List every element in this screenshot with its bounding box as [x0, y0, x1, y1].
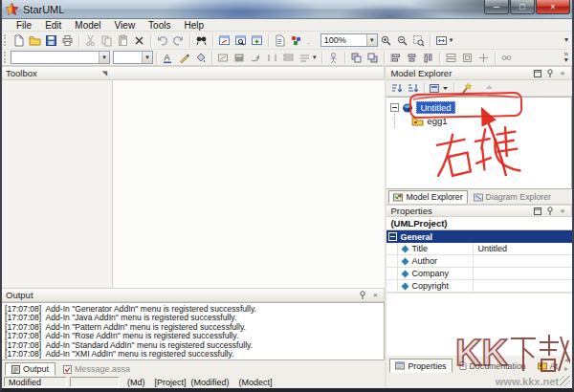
- property-group-general[interactable]: General: [386, 230, 572, 243]
- float-panel-icon[interactable]: [533, 69, 542, 78]
- menu-model[interactable]: Model: [68, 20, 107, 31]
- suppress-attributes-icon[interactable]: [297, 51, 313, 65]
- cut-icon[interactable]: [82, 33, 99, 48]
- tab-model-explorer[interactable]: Model Explorer: [388, 190, 467, 204]
- tree-label-untitled[interactable]: Untitled: [416, 101, 454, 114]
- same-size-icon[interactable]: [459, 51, 475, 65]
- menu-edit[interactable]: Edit: [38, 20, 68, 31]
- minimize-button[interactable]: ─: [484, 0, 509, 14]
- bring-forward-icon[interactable]: [348, 51, 364, 65]
- line-color-icon[interactable]: [176, 51, 192, 65]
- model-explorer-tree[interactable]: Untitled egg1: [386, 97, 572, 189]
- diagram-canvas[interactable]: [113, 80, 385, 288]
- sort-alphabetic-icon[interactable]: [405, 81, 421, 96]
- tab-documentation[interactable]: Documentation: [454, 359, 531, 373]
- tab-attachments[interactable]: At: [533, 359, 563, 373]
- send-backward-icon[interactable]: [364, 51, 381, 65]
- menu-help[interactable]: Help: [177, 20, 210, 31]
- output-log[interactable]: [17:07:08] Add-In "Generator AddIn" menu…: [2, 302, 385, 360]
- tab-scroll-arrows[interactable]: ◂ ▸: [564, 356, 570, 373]
- toolbox-collapse-icon[interactable]: ◥: [102, 70, 107, 77]
- chevron-down-icon[interactable]: ▾: [313, 54, 317, 61]
- property-row-copyright[interactable]: Copyright: [386, 280, 572, 293]
- diagram-zoom-icon[interactable]: [232, 33, 249, 48]
- maximize-button[interactable]: □: [510, 0, 535, 14]
- align-center-icon[interactable]: [404, 51, 420, 65]
- property-value[interactable]: Untitled: [473, 243, 572, 254]
- link-icon[interactable]: [498, 51, 515, 65]
- diagram-add-icon[interactable]: [249, 33, 265, 48]
- pin-icon[interactable]: [545, 207, 555, 216]
- toolbar-grip[interactable]: [4, 34, 8, 46]
- property-row-title[interactable]: Title Untitled: [386, 243, 572, 255]
- toolbar-overflow-icon[interactable]: » ▾: [564, 52, 568, 64]
- toolbar-grip[interactable]: [4, 52, 8, 63]
- open-icon[interactable]: [27, 33, 43, 48]
- close-button[interactable]: ×: [536, 0, 570, 14]
- title-bar[interactable]: StarUML ─ □ ×: [2, 0, 572, 19]
- undo-icon[interactable]: [154, 33, 170, 48]
- word-wrap-icon[interactable]: [264, 51, 280, 65]
- tree-row-project[interactable]: Untitled: [386, 100, 571, 114]
- property-value[interactable]: [473, 268, 572, 279]
- same-width-icon[interactable]: [443, 51, 459, 65]
- menu-view[interactable]: View: [108, 20, 143, 31]
- close-panel-icon[interactable]: ×: [370, 291, 380, 300]
- font-name-combo[interactable]: ▾: [11, 51, 110, 64]
- zoom-area-icon[interactable]: [410, 33, 427, 48]
- expander-minus-icon[interactable]: [390, 103, 399, 112]
- collapse-all-icon[interactable]: [481, 81, 497, 96]
- tree-row-model[interactable]: egg1: [386, 114, 571, 127]
- pin-icon[interactable]: [358, 291, 367, 300]
- delete-icon[interactable]: [131, 33, 147, 48]
- font-color-icon[interactable]: A: [160, 51, 176, 65]
- customize-icon[interactable]: [288, 33, 304, 48]
- wizard-icon[interactable]: [457, 81, 474, 96]
- find-icon[interactable]: [193, 33, 210, 48]
- zoom-level-combo[interactable]: 100% ▾: [320, 33, 378, 47]
- toolbox-panel[interactable]: [2, 80, 113, 288]
- chevron-down-icon[interactable]: ▾: [366, 34, 377, 46]
- zoom-fit-icon[interactable]: [433, 33, 450, 48]
- menu-tools[interactable]: Tools: [142, 20, 177, 31]
- align-left-icon[interactable]: [387, 51, 404, 65]
- zoom-out-icon[interactable]: [394, 33, 410, 48]
- close-panel-icon[interactable]: ×: [558, 69, 567, 78]
- toolbar-overflow-icon[interactable]: ▾: [564, 37, 568, 43]
- tab-messages[interactable]: Message.assa: [57, 362, 136, 376]
- property-value[interactable]: [473, 255, 572, 267]
- align-top-icon[interactable]: [420, 51, 436, 65]
- close-panel-icon[interactable]: ×: [558, 207, 567, 216]
- print-icon[interactable]: [59, 33, 76, 48]
- stereotype-display-icon[interactable]: [232, 51, 248, 65]
- property-row-company[interactable]: Company: [386, 268, 572, 280]
- menu-file[interactable]: File: [10, 20, 38, 31]
- paste-icon[interactable]: [115, 33, 131, 48]
- auto-resize-icon[interactable]: [248, 51, 264, 65]
- diagram-frame-icon[interactable]: [216, 33, 232, 48]
- new-file-icon[interactable]: [11, 33, 27, 48]
- tab-output[interactable]: Output: [5, 362, 55, 376]
- property-value[interactable]: [473, 280, 572, 292]
- chevron-down-icon[interactable]: ▾: [450, 36, 453, 44]
- show-compartment-icon[interactable]: [280, 51, 297, 65]
- float-panel-icon[interactable]: [533, 207, 542, 216]
- document-icon[interactable]: [272, 33, 288, 48]
- property-row-author[interactable]: Author: [386, 255, 572, 268]
- redo-icon[interactable]: [170, 33, 187, 48]
- tab-properties[interactable]: Properties: [389, 359, 452, 373]
- font-size-combo[interactable]: ▾: [113, 51, 153, 64]
- zoom-in-icon[interactable]: [378, 33, 394, 48]
- chevron-down-icon[interactable]: ▾: [99, 52, 109, 63]
- pin-icon[interactable]: [545, 69, 555, 78]
- resize-grip[interactable]: [386, 373, 572, 388]
- tab-diagram-explorer[interactable]: Diagram Explorer: [470, 190, 555, 204]
- save-icon[interactable]: [43, 33, 59, 48]
- fill-color-icon[interactable]: [192, 51, 209, 65]
- actor-icon[interactable]: [325, 51, 342, 65]
- chevron-down-icon[interactable]: ▾: [142, 52, 152, 63]
- sort-ascending-icon[interactable]: [388, 81, 405, 96]
- tree-label-egg1[interactable]: egg1: [427, 116, 447, 126]
- expander-minus-icon[interactable]: [388, 232, 397, 241]
- copy-icon[interactable]: [99, 33, 115, 48]
